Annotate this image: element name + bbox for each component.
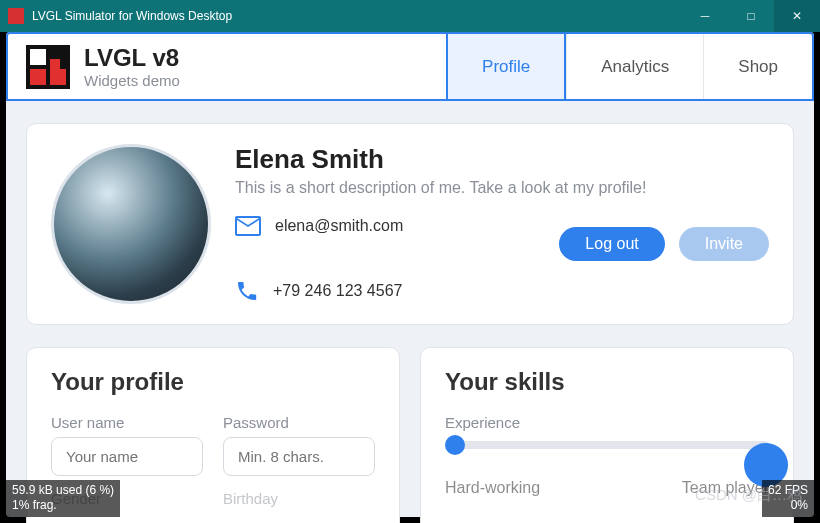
profile-name: Elena Smith [235, 144, 769, 175]
phone-text: +79 246 123 4567 [273, 282, 402, 300]
invite-button[interactable]: Invite [679, 227, 769, 261]
maximize-button[interactable]: □ [728, 0, 774, 32]
password-field: Password [223, 414, 375, 476]
username-field: User name [51, 414, 203, 476]
tab-shop[interactable]: Shop [703, 34, 812, 99]
window-buttons: ─ □ ✕ [682, 0, 820, 32]
brand: LVGL v8 Widgets demo [8, 34, 448, 99]
app-content: LVGL v8 Widgets demo Profile Analytics S… [6, 32, 814, 517]
lower-row: Your profile User name Password Gender B… [26, 347, 794, 523]
your-skills-title: Your skills [445, 368, 769, 396]
username-input[interactable] [51, 437, 203, 476]
minimize-button[interactable]: ─ [682, 0, 728, 32]
header: LVGL v8 Widgets demo Profile Analytics S… [6, 32, 814, 101]
lvgl-logo-icon [26, 45, 70, 89]
your-profile-title: Your profile [51, 368, 375, 396]
profile-info: Elena Smith This is a short description … [235, 144, 769, 304]
password-label: Password [223, 414, 375, 431]
tab-bar: Profile Analytics Shop [448, 34, 812, 99]
phone-row: +79 246 123 4567 [235, 279, 769, 303]
mem-stats: 59.9 kB used (6 %) 1% frag. [6, 480, 120, 517]
phone-icon [235, 279, 259, 303]
brand-title: LVGL v8 [84, 44, 180, 72]
svg-rect-2 [30, 69, 46, 85]
email-text: elena@smith.com [275, 217, 403, 235]
svg-rect-4 [50, 59, 60, 69]
birthday-label: Birthday [223, 490, 375, 507]
titlebar: LVGL Simulator for Windows Desktop ─ □ ✕ [0, 0, 820, 32]
scroll-area[interactable]: Elena Smith This is a short description … [6, 123, 814, 523]
tab-analytics[interactable]: Analytics [566, 34, 703, 99]
profile-card: Elena Smith This is a short description … [26, 123, 794, 325]
avatar [51, 144, 211, 304]
profile-description: This is a short description of me. Take … [235, 179, 769, 197]
password-input[interactable] [223, 437, 375, 476]
svg-rect-3 [50, 69, 66, 85]
logout-button[interactable]: Log out [559, 227, 664, 261]
tab-profile[interactable]: Profile [446, 32, 566, 101]
experience-slider[interactable] [445, 441, 769, 449]
app-icon [8, 8, 24, 24]
window-title: LVGL Simulator for Windows Desktop [32, 9, 682, 23]
mail-icon [235, 215, 261, 237]
experience-label: Experience [445, 414, 769, 431]
mem-used: 59.9 kB used (6 %) [12, 483, 114, 499]
username-label: User name [51, 414, 203, 431]
watermark: CSDN @白…鸦 [695, 486, 802, 505]
brand-subtitle: Widgets demo [84, 72, 180, 89]
slider-thumb[interactable] [445, 435, 465, 455]
mem-frag: 1% frag. [12, 498, 114, 514]
svg-rect-1 [30, 49, 46, 65]
close-button[interactable]: ✕ [774, 0, 820, 32]
hard-working-label: Hard-working [445, 479, 540, 497]
